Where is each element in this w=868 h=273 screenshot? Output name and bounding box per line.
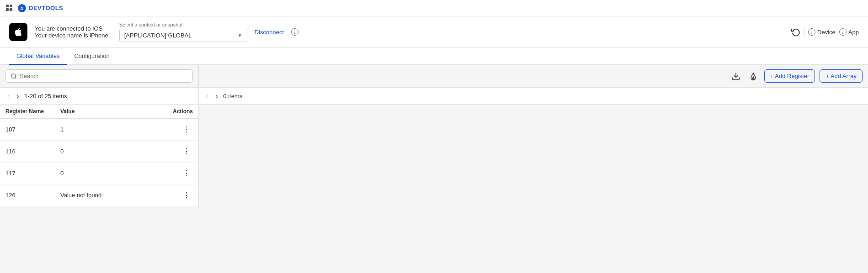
right-next-page-button[interactable]: › xyxy=(214,91,220,100)
add-array-button[interactable]: + Add Array xyxy=(820,69,863,83)
register-name-0: 107 xyxy=(5,126,60,133)
table-left: Register Name Value Actions 107 1 ⋮ 116 … xyxy=(0,105,199,206)
pagination-wrapper: ‹ › 1-20 of 25 items ‹ › 0 items xyxy=(0,88,868,105)
toolbar-wrapper: + Add Register + Add Array xyxy=(0,65,868,88)
tab-configuration[interactable]: Configuration xyxy=(67,48,117,65)
row-actions-button-1[interactable]: ⋮ xyxy=(180,146,193,157)
right-prev-page-button[interactable]: ‹ xyxy=(204,91,210,100)
prev-page-button[interactable]: ‹ xyxy=(5,91,11,100)
table-row: 107 1 ⋮ xyxy=(0,119,198,141)
table-wrapper: Register Name Value Actions 107 1 ⋮ 116 … xyxy=(0,105,868,206)
tabs-bar: Global Variables Configuration xyxy=(0,48,868,65)
col-value: Value xyxy=(60,108,156,115)
flame-icon-button[interactable] xyxy=(747,70,760,83)
toolbar-left xyxy=(0,65,199,87)
next-page-button[interactable]: › xyxy=(15,91,21,100)
context-select-value: [APPLICATION] GLOBAL xyxy=(124,32,234,39)
register-value-1: 0 xyxy=(60,148,156,155)
svg-text:D: D xyxy=(21,6,24,11)
table-row: 117 0 ⋮ xyxy=(0,163,198,184)
svg-rect-1 xyxy=(10,5,12,7)
items-count-right: 0 items xyxy=(223,93,242,100)
pagination-left: ‹ › 1-20 of 25 items xyxy=(0,88,199,104)
row-actions-button-0[interactable]: ⋮ xyxy=(180,124,193,135)
row-actions-button-3[interactable]: ⋮ xyxy=(180,190,193,200)
chevron-down-icon: ▼ xyxy=(238,33,242,38)
context-select-wrapper: Select a context or snapshot [APPLICATIO… xyxy=(119,22,247,42)
col-register-name: Register Name xyxy=(5,108,60,115)
pagination-right: ‹ › 0 items xyxy=(199,88,868,104)
register-value-2: 0 xyxy=(60,170,156,177)
search-box[interactable] xyxy=(5,69,193,83)
connected-text: You are connected to IOS xyxy=(35,25,108,32)
search-input[interactable] xyxy=(20,73,188,79)
col-actions: Actions xyxy=(156,108,193,115)
table-row: 116 0 ⋮ xyxy=(0,141,198,163)
svg-line-7 xyxy=(15,77,16,79)
context-label: Select a context or snapshot xyxy=(119,22,247,27)
devtools-logo: D DEVTOOLS xyxy=(17,4,63,13)
divider xyxy=(804,27,804,37)
app-name: DEVTOOLS xyxy=(29,5,63,11)
header-section: You are connected to IOS Your device nam… xyxy=(0,16,868,48)
svg-rect-3 xyxy=(10,8,12,11)
toolbar-right: + Add Register + Add Array xyxy=(199,65,868,87)
items-count-left: 1-20 of 25 items xyxy=(24,93,67,100)
svg-rect-0 xyxy=(6,5,9,7)
top-right-buttons: i Device i App xyxy=(791,27,859,37)
history-button[interactable] xyxy=(791,27,800,37)
svg-point-6 xyxy=(11,74,16,78)
apple-icon xyxy=(9,23,27,41)
app-info-icon: i xyxy=(839,28,847,36)
disconnect-button[interactable]: Disconnect xyxy=(255,29,284,36)
register-name-2: 117 xyxy=(5,170,60,177)
row-actions-button-2[interactable]: ⋮ xyxy=(180,168,193,178)
info-icon[interactable]: i xyxy=(291,28,298,36)
device-button[interactable]: i Device xyxy=(808,28,836,36)
table-header: Register Name Value Actions xyxy=(0,105,198,119)
app-button[interactable]: i App xyxy=(839,28,859,36)
table-row: 126 Value not found ⋮ xyxy=(0,184,198,206)
table-right xyxy=(199,105,868,206)
register-name-3: 126 xyxy=(5,192,60,199)
register-value-0: 1 xyxy=(60,126,156,133)
search-icon xyxy=(11,73,17,79)
device-info: You are connected to IOS Your device nam… xyxy=(35,25,108,39)
register-value-3: Value not found xyxy=(60,192,156,199)
download-icon-button[interactable] xyxy=(730,70,742,83)
grid-icon[interactable] xyxy=(5,4,14,12)
tab-global-variables[interactable]: Global Variables xyxy=(9,48,67,65)
device-info-icon: i xyxy=(808,28,815,36)
register-name-1: 116 xyxy=(5,148,60,155)
svg-rect-2 xyxy=(6,8,9,11)
device-name: Your device name is iPhone xyxy=(35,32,108,39)
add-register-button[interactable]: + Add Register xyxy=(764,69,815,83)
context-select[interactable]: [APPLICATION] GLOBAL ▼ xyxy=(119,29,247,42)
top-bar: D DEVTOOLS xyxy=(0,0,868,16)
